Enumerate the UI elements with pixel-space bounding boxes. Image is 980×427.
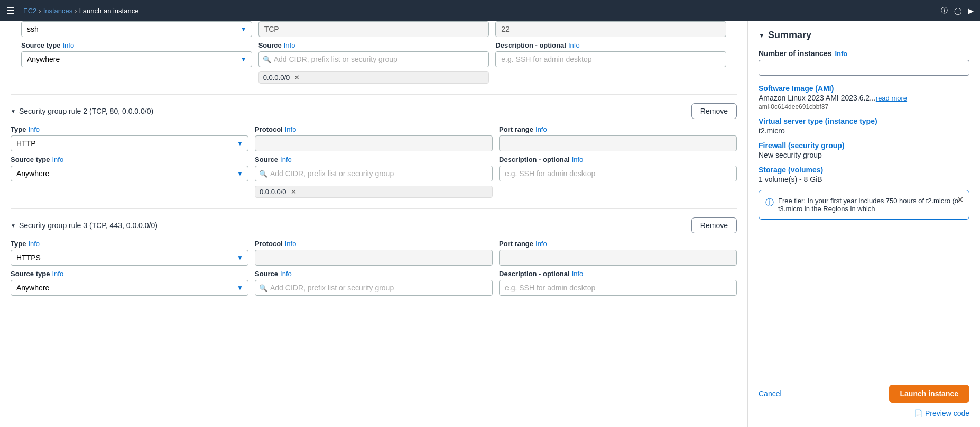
rule1-top-row: ssh ▼ <box>11 21 737 41</box>
rule2-type-wrap: HTTP HTTPS ssh Custom TCP ▼ <box>11 135 248 151</box>
rule1-source-info[interactable]: Info <box>284 41 295 49</box>
rule3-desc-input[interactable] <box>499 280 737 296</box>
rule1-type-select[interactable]: ssh <box>21 21 252 37</box>
rule1-port-field <box>495 21 726 37</box>
rule2-protocol-input: TCP <box>255 135 493 151</box>
rule3-port-label: Port range Info <box>499 240 737 248</box>
rule3-source-input[interactable] <box>255 280 493 296</box>
rule1-source-label: Source Info <box>258 41 489 49</box>
rule3-type-info[interactable]: Info <box>28 240 40 248</box>
num-instances-input[interactable]: 1 <box>759 60 969 76</box>
instance-type-label: Virtual server type (instance type) <box>759 117 969 125</box>
preview-code-button[interactable]: 📄 Preview code <box>914 406 969 421</box>
top-navbar: ☰ EC2 › Instances › Launch an instance ⓘ… <box>0 0 980 21</box>
rule2-triangle-icon: ▼ <box>11 108 16 114</box>
rule3-bottom-row: Source type Info Anywhere Custom My IP ▼ <box>11 270 737 296</box>
summary-footer: Cancel Launch instance 📄 Preview code <box>748 378 980 427</box>
rule2-source-type-select[interactable]: Anywhere Custom My IP <box>11 166 248 181</box>
rule3-protocol-field: Protocol Info TCP <box>255 240 493 266</box>
rule2-protocol-info[interactable]: Info <box>285 125 297 133</box>
rule3-type-wrap: HTTPS HTTP ssh Custom TCP ▼ <box>11 250 248 266</box>
ami-label: Software Image (AMI) <box>759 84 969 93</box>
rule3-title: Security group rule 3 (TCP, 443, 0.0.0.0… <box>19 221 158 230</box>
ami-read-more-link[interactable]: read more <box>876 94 907 102</box>
footer-btn-row: Cancel Launch instance <box>759 385 969 403</box>
rule3-desc-info[interactable]: Info <box>572 270 584 278</box>
rule2-source-type-info[interactable]: Info <box>52 156 63 163</box>
ami-value: Amazon Linux 2023 AMI 2023.6.2...read mo… <box>759 94 969 111</box>
rule1-source-field: Source Info 🔍 0.0.0.0/0 ✕ <box>258 41 489 84</box>
rule1-desc-field: Description - optional Info <box>495 41 726 84</box>
rule2-remove-btn[interactable]: Remove <box>691 103 737 119</box>
instances-link[interactable]: Instances <box>43 7 73 15</box>
rule2-source-info[interactable]: Info <box>280 156 292 163</box>
rule1-port-input <box>495 21 726 37</box>
rule2-type-select[interactable]: HTTP HTTPS ssh Custom TCP <box>11 135 248 151</box>
summary-scroll: ▼ Summary Number of instances Info 1 Sof… <box>748 21 980 378</box>
num-instances-info[interactable]: Info <box>835 50 847 58</box>
rule2-source-type-label: Source type Info <box>11 156 248 163</box>
rule3-group: ▼ Security group rule 3 (TCP, 443, 0.0.0… <box>11 213 737 296</box>
rule2-source-input[interactable] <box>255 166 493 181</box>
rule1-cidr-tag: 0.0.0.0/0 ✕ <box>258 71 489 84</box>
rule3-top-row: Type Info HTTPS HTTP ssh Custom TCP ▼ <box>11 240 737 266</box>
firewall-label: Firewall (security group) <box>759 141 969 150</box>
rule2-source-label: Source Info <box>255 156 493 163</box>
main-container: ssh ▼ Sourc <box>0 21 980 427</box>
rule1-source-type-select[interactable]: Anywhere Custom My IP <box>21 51 252 67</box>
cancel-button[interactable]: Cancel <box>759 389 782 398</box>
storage-value: 1 volume(s) - 8 GiB <box>759 175 969 184</box>
breadcrumb: EC2 › Instances › Launch an instance <box>23 7 138 15</box>
bell-icon[interactable]: ◯ <box>954 7 962 15</box>
rule3-type-field: Type Info HTTPS HTTP ssh Custom TCP ▼ <box>11 240 248 266</box>
rule1-type-field: ssh ▼ <box>21 21 252 37</box>
info-icon[interactable]: ⓘ <box>941 6 948 15</box>
rule2-search-icon: 🔍 <box>259 170 267 178</box>
rule1-source-type-info[interactable]: Info <box>62 41 74 49</box>
rule3-source-type-info[interactable]: Info <box>52 270 63 278</box>
rule2-port-input: 80 <box>499 135 737 151</box>
ami-id: ami-0c614dee691cbbf37 <box>759 103 969 111</box>
rule1-source-input[interactable] <box>258 51 489 67</box>
rule2-header-left: ▼ Security group rule 2 (TCP, 80, 0.0.0.… <box>11 107 153 115</box>
rule2-header: ▼ Security group rule 2 (TCP, 80, 0.0.0.… <box>11 99 737 119</box>
rule3-source-type-select[interactable]: Anywhere Custom My IP <box>11 280 248 296</box>
rule3-source-type-label: Source type Info <box>11 270 248 278</box>
rule2-port-info[interactable]: Info <box>535 125 547 133</box>
rule3-header: ▼ Security group rule 3 (TCP, 443, 0.0.0… <box>11 213 737 233</box>
code-icon: 📄 <box>914 409 923 417</box>
ec2-link[interactable]: EC2 <box>23 7 36 15</box>
rule3-source-type-field: Source type Info Anywhere Custom My IP ▼ <box>11 270 248 296</box>
rule1-source-type-label: Source type Info <box>21 41 252 49</box>
menu-icon[interactable]: ☰ <box>6 5 15 16</box>
rule2-source-wrap: 🔍 <box>255 166 493 181</box>
rule2-cidr-remove[interactable]: ✕ <box>289 188 297 196</box>
free-tier-close-btn[interactable]: ✕ <box>957 195 964 205</box>
rule3-port-input: 443 <box>499 250 737 266</box>
user-icon[interactable]: ▶ <box>968 7 974 15</box>
free-tier-box: ⓘ Free tier: In your first year includes… <box>759 190 969 220</box>
rule3-type-select[interactable]: HTTPS HTTP ssh Custom TCP <box>11 250 248 266</box>
rule3-source-info[interactable]: Info <box>280 270 292 278</box>
rule3-remove-btn[interactable]: Remove <box>691 217 737 233</box>
storage-label: Storage (volumes) <box>759 166 969 174</box>
rule2-group: ▼ Security group rule 2 (TCP, 80, 0.0.0.… <box>11 99 737 198</box>
rule2-desc-input[interactable] <box>499 166 737 181</box>
rule2-type-info[interactable]: Info <box>28 125 40 133</box>
launch-instance-button[interactable]: Launch instance <box>889 385 969 403</box>
rule2-desc-info[interactable]: Info <box>572 156 584 163</box>
rule1-desc-info[interactable]: Info <box>568 41 580 49</box>
rule2-source-field: Source Info 🔍 0.0.0.0/0 ✕ <box>255 156 493 198</box>
rule1-desc-input[interactable] <box>495 51 726 67</box>
rule2-desc-field: Description - optional Info <box>499 156 737 198</box>
rule3-triangle-icon: ▼ <box>11 223 16 229</box>
free-tier-info-icon: ⓘ <box>765 197 774 208</box>
divider-1 <box>11 94 737 95</box>
rule2-top-row: Type Info HTTP HTTPS ssh Custom TCP ▼ <box>11 125 737 151</box>
rule1-cidr-remove[interactable]: ✕ <box>292 74 300 81</box>
rule2-protocol-label: Protocol Info <box>255 125 493 133</box>
rule3-protocol-info[interactable]: Info <box>285 240 297 248</box>
summary-triangle-icon: ▼ <box>759 32 765 39</box>
summary-title: ▼ Summary <box>759 30 969 41</box>
rule3-port-info[interactable]: Info <box>535 240 547 248</box>
